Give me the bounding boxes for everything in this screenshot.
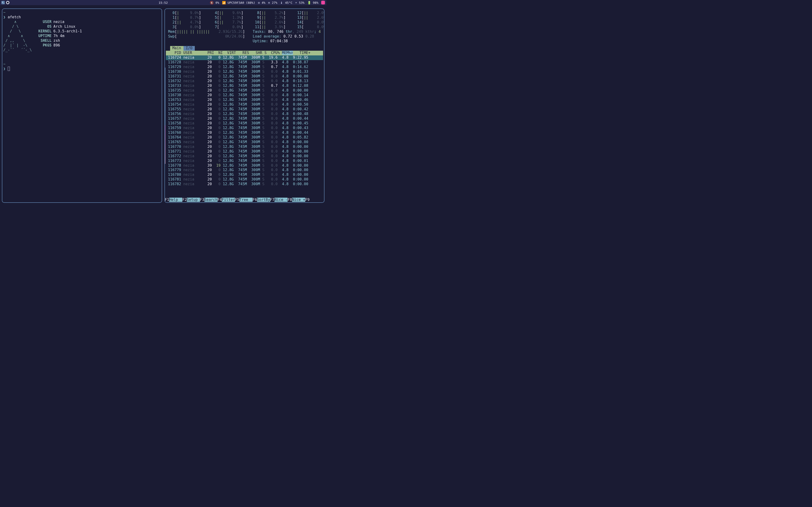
info-row: USERnezia	[37, 20, 82, 24]
fkey-F4[interactable]: F4	[217, 198, 222, 202]
fkey-F8[interactable]: F8	[288, 198, 292, 202]
process-row[interactable]: 116757 nezia 20 0 12.8G 745M 300M S 0.0 …	[166, 116, 323, 121]
process-row[interactable]: 116778 nezia 39 19 12.8G 745M 300M S 0.0…	[166, 163, 323, 168]
cpu-meter: 15[ 0.0%]	[295, 25, 324, 30]
thermometer-icon: 🌡	[280, 1, 283, 4]
process-row[interactable]: 116738 nezia 20 0 12.8G 745M 300M S 0.0 …	[166, 93, 323, 98]
prompt-line: ~	[3, 10, 161, 15]
battery-icon: 🔋	[307, 1, 311, 4]
info-row: OSArch Linux	[37, 24, 82, 29]
process-row[interactable]: 116729 nezia 20 0 12.8G 745M 300M S 0.7 …	[166, 65, 323, 69]
process-row[interactable]: 116780 nezia 20 0 12.8G 745M 300M S 0.0 …	[166, 172, 323, 177]
discord-icon[interactable]	[321, 1, 325, 4]
gear-icon: ⚙	[258, 1, 260, 4]
tasks-summary: Tasks: 80, 746 thr, 249 kthr; 4	[253, 30, 321, 34]
process-row[interactable]: 116731 nezia 20 0 12.8G 745M 300M S 0.0 …	[166, 74, 323, 79]
fkey-F2[interactable]: F2	[182, 198, 187, 202]
process-row[interactable]: 116756 nezia 20 0 12.8G 745M 300M S 0.0 …	[166, 112, 323, 116]
terminal-pane-afetch[interactable]: ~ ❯ afetch ∧ / \ / \ ∧ ∧ / ,, \ / |´ | -…	[2, 8, 162, 203]
memory-indicator[interactable]: ≡ 27%	[268, 1, 277, 4]
process-row[interactable]: 116759 nezia 20 0 12.8G 745M 300M S 0.0 …	[166, 126, 323, 130]
function-keys: F1Help F2Setup F3SearchF4FilterF5Tree F6…	[165, 198, 324, 202]
tab-io[interactable]: I/O	[184, 46, 195, 51]
prompt-cursor[interactable]: ❯	[3, 67, 161, 71]
info-row: SHELLzsh	[37, 39, 82, 43]
process-header[interactable]: PID USER PRI NI VIRT RES SHR S CPU% MEM%…	[166, 51, 323, 55]
cpu-meter: 1[| 0.7%]	[168, 15, 201, 20]
cpu-meter: 14[ 0.0%]	[295, 20, 324, 25]
fkey-F9[interactable]: F9	[305, 198, 310, 202]
process-row[interactable]: 116755 nezia 20 0 12.8G 745M 300M S 0.0 …	[166, 107, 323, 112]
top-bar: >_ 15:52 🔇 0% 📶 UPC59F3A0 (88%) ⚙ 4% ≡ 2…	[0, 0, 326, 5]
info-row: UPTIME7h 4m	[37, 34, 82, 39]
cpu-meter: 13[|| 2.6%]	[295, 15, 324, 20]
load-average: Load average: 0.72 0.53 0.28	[253, 34, 321, 39]
process-row[interactable]: 116782 nezia 20 0 12.8G 745M 300M S 0.0 …	[166, 182, 323, 186]
cpu-meter: 0[| 9.0%]	[168, 11, 201, 15]
process-row[interactable]: 116758 nezia 20 0 12.8G 745M 300M S 0.0 …	[166, 121, 323, 126]
cpu-meter: 6[|| 7.7%]	[210, 20, 243, 25]
fkey-F6[interactable]: F6	[253, 198, 257, 202]
process-row[interactable]: 116773 nezia 20 0 12.8G 745M 300M S 0.0 …	[166, 159, 323, 163]
process-row[interactable]: 116733 nezia 20 0 12.8G 745M 300M S 0.7 …	[166, 83, 323, 88]
ascii-logo: ∧ / \ / \ ∧ ∧ / ,, \ / |´ | -\ /_-´´ ´´-…	[3, 20, 37, 53]
settings-indicator[interactable]: ⚙ 4%	[258, 1, 265, 4]
cpu-meter: 2[|| 4.7%]	[168, 20, 201, 25]
cpu-meter: 3[ 0.0%]	[168, 25, 201, 30]
process-row[interactable]: 116771 nezia 20 0 12.8G 745M 300M S 0.0 …	[166, 149, 323, 154]
process-row[interactable]: 116728 nezia 20 0 12.8G 745M 300M S 3.3 …	[166, 60, 323, 65]
scroll-indicator	[164, 68, 165, 164]
volume-indicator[interactable]: 🔇 0%	[210, 1, 219, 4]
prompt-line: ~	[3, 62, 161, 67]
process-row[interactable]: 116770 nezia 20 0 12.8G 745M 300M S 0.0 …	[166, 145, 323, 149]
wifi-indicator[interactable]: 📶 UPC59F3A0 (88%)	[222, 1, 255, 4]
cpu-meter: 11[|| 3.9%]	[253, 25, 286, 30]
memory-meter: Mem[||||| || |||||| 2.93G/15.2G]	[168, 30, 245, 34]
process-row[interactable]: 116781 nezia 20 0 12.8G 745M 300M S 0.0 …	[166, 177, 323, 182]
swap-meter: Swp[ 0K/24.0G]	[168, 34, 245, 39]
terminal-pane-htop[interactable]: 0[| 9.0%] 1[| 0.7%] 2[|| 4.7%] 3[ 0.0%] …	[164, 8, 325, 203]
process-row[interactable]: 116779 nezia 20 0 12.8G 745M 300M S 0.0 …	[166, 168, 323, 172]
battery-indicator[interactable]: 🔋 98%	[307, 1, 318, 4]
info-row: KERNEL6.3.5-arch1-1	[37, 29, 82, 34]
cpu-meter: 7[ 0.0%]	[210, 25, 243, 30]
process-row[interactable]: 116772 nezia 20 0 12.8G 745M 300M S 0.0 …	[166, 154, 323, 159]
cpu-meters: 0[| 9.0%] 1[| 0.7%] 2[|| 4.7%] 3[ 0.0%] …	[168, 11, 325, 30]
process-row[interactable]: 116764 nezia 20 0 12.8G 745M 300M S 0.0 …	[166, 135, 323, 140]
process-row[interactable]: 116760 nezia 20 0 12.8G 745M 300M S 0.0 …	[166, 130, 323, 135]
terminal-app-icon[interactable]: >_	[1, 1, 5, 4]
fkey-F7[interactable]: F7	[270, 198, 275, 202]
process-row[interactable]: 116753 nezia 20 0 12.8G 745M 300M S 0.0 …	[166, 98, 323, 102]
cpu-meter: 8[|| 5.2%]	[253, 11, 286, 15]
tab-main[interactable]: Main	[170, 46, 184, 51]
cpu-meter: 4[|| 9.6%]	[210, 11, 243, 15]
cpu-meter: 9[|| 2.7%]	[253, 15, 286, 20]
clock: 15:52	[159, 1, 168, 4]
fkey-F5[interactable]: F5	[235, 198, 240, 202]
wifi-icon: 📶	[222, 1, 226, 4]
system-info: USERneziaOSArch LinuxKERNEL6.3.5-arch1-1…	[37, 20, 82, 53]
process-row[interactable]: 116765 nezia 20 0 12.8G 745M 300M S 0.0 …	[166, 140, 323, 145]
process-row[interactable]: 116724 nezia 20 0 12.8G 745M 300M S 19.6…	[166, 55, 323, 60]
uptime: Uptime: 07:04:38	[253, 39, 321, 44]
fkey-F1[interactable]: F1	[165, 198, 169, 202]
volume-mute-icon: 🔇	[210, 1, 214, 4]
fkey-F3[interactable]: F3	[200, 198, 204, 202]
htop-tabs: Main I/O	[170, 46, 323, 51]
process-list[interactable]: 116724 nezia 20 0 12.8G 745M 300M S 19.6…	[166, 55, 323, 187]
process-row[interactable]: 116735 nezia 20 0 12.8G 745M 300M S 0.0 …	[166, 88, 323, 93]
info-row: PKGS896	[37, 43, 82, 48]
cpu-meter: 5[| 1.3%]	[210, 15, 243, 20]
browser-app-icon[interactable]	[6, 1, 9, 4]
cpu-meter: 10[|| 2.6%]	[253, 20, 286, 25]
temperature-indicator[interactable]: 🌡 45°C	[280, 1, 292, 4]
process-row[interactable]: 116732 nezia 20 0 12.8G 745M 300M S 0.0 …	[166, 79, 323, 83]
process-row[interactable]: 116730 nezia 20 0 12.8G 745M 300M S 0.0 …	[166, 69, 323, 74]
prompt-command: ❯ afetch	[3, 15, 161, 20]
cpu-meter: 12[|| 2.0%]	[295, 11, 324, 15]
process-row[interactable]: 116754 nezia 20 0 12.8G 745M 300M S 0.0 …	[166, 102, 323, 107]
sun-icon: ☀	[295, 1, 297, 4]
bars-icon: ≡	[268, 1, 270, 4]
brightness-indicator[interactable]: ☀ 53%	[295, 1, 305, 4]
